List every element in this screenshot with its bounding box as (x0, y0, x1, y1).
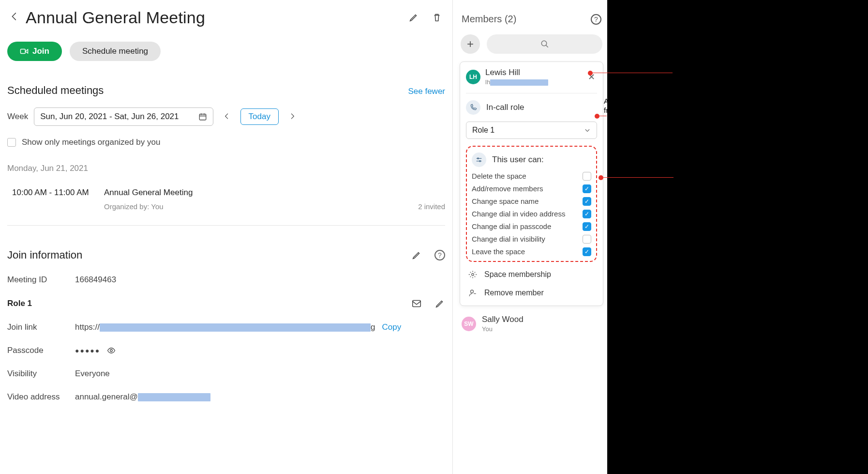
eye-icon[interactable] (107, 346, 116, 355)
video-address-value: annual.general@ (75, 392, 210, 402)
page-title: Annual General Meeting (26, 8, 408, 27)
redacted-segment (490, 79, 548, 86)
permission-row: Add/remove members (472, 184, 591, 193)
incall-role-label: In-call role (486, 103, 524, 112)
member-sub: You (482, 325, 601, 333)
visibility-row: Visibility Everyone (7, 369, 445, 379)
copy-link-button[interactable]: Copy (382, 322, 402, 332)
incall-role-row: In-call role (466, 100, 597, 115)
role-heading-row: Role 1 (7, 298, 445, 309)
join-link-suffix: g (371, 322, 375, 332)
help-icon[interactable]: ? (434, 250, 445, 260)
join-link-value: https://g (75, 322, 375, 332)
role-value: Role 1 (472, 126, 494, 135)
permission-checkbox[interactable] (583, 184, 591, 193)
phone-icon (466, 100, 480, 115)
help-icon[interactable]: ? (591, 14, 601, 25)
prev-week-button[interactable] (219, 109, 235, 124)
schedule-meeting-button[interactable]: Schedule meeting (70, 42, 161, 61)
add-member-button[interactable]: + (461, 34, 480, 54)
permissions-list: Delete the spaceAdd/remove membersChange… (470, 172, 593, 256)
scheduled-header: Scheduled meetings See fewer (7, 84, 445, 97)
action-row: Join Schedule meeting (7, 42, 445, 61)
chevron-down-icon (584, 127, 591, 134)
video-address-row: Video address annual.general@ (7, 392, 445, 402)
permission-label: Change dial in passcode (472, 222, 551, 230)
svg-rect-2 (413, 301, 421, 307)
permission-checkbox[interactable] (583, 172, 591, 181)
permission-checkbox[interactable] (583, 222, 591, 231)
svg-point-3 (110, 350, 113, 352)
mail-icon[interactable] (411, 298, 422, 309)
back-button[interactable] (7, 7, 26, 28)
space-membership-link[interactable]: Space membership (466, 269, 597, 280)
svg-point-8 (478, 158, 479, 159)
permission-row: Change dial in visibility (472, 235, 591, 244)
remove-member-label: Remove member (484, 289, 544, 297)
header-actions (408, 12, 445, 23)
redacted-segment (100, 323, 371, 332)
schedule-label: Schedule meeting (82, 46, 148, 56)
permission-row: Delete the space (472, 172, 591, 181)
join-info-title: Join information (7, 249, 411, 261)
avatar: LH (466, 70, 480, 84)
members-sidebar: Members (2) ? + LH Lewis Hill lh ✕ In-ca… (452, 0, 607, 474)
video-address-label: Video address (7, 392, 75, 402)
permission-row: Change dial in passcode (472, 222, 591, 231)
today-button[interactable]: Today (240, 108, 279, 125)
permission-checkbox[interactable] (583, 235, 591, 244)
members-header: Members (2) ? (460, 6, 603, 34)
join-info-header: Join information ? (7, 249, 445, 261)
next-week-button[interactable] (284, 109, 300, 124)
permission-label: Add/remove members (472, 184, 543, 193)
svg-point-10 (472, 274, 474, 276)
permission-label: Delete the space (472, 172, 526, 180)
edit-icon[interactable] (434, 298, 445, 309)
divider (7, 225, 445, 226)
date-range-picker[interactable]: Sun, Jun 20, 2021 - Sat, Jun 26, 2021 (34, 107, 213, 126)
remove-member-link[interactable]: Remove member (466, 287, 597, 299)
edit-icon[interactable] (408, 12, 419, 23)
role-select[interactable]: Role 1 (466, 122, 597, 139)
join-link-prefix: https:// (75, 322, 100, 332)
meeting-row[interactable]: 10:00 AM - 11:00 AM Annual General Meeti… (7, 188, 445, 211)
permissions-box: This user can: Delete the spaceAdd/remov… (466, 146, 597, 262)
join-button[interactable]: Join (7, 42, 62, 61)
permission-row: Change space name (472, 197, 591, 206)
show-only-checkbox[interactable] (7, 138, 16, 147)
member-info: Lewis Hill lh (485, 68, 581, 86)
members-toolbar: + (460, 34, 603, 61)
meeting-organizer: Organized by: You (104, 202, 418, 211)
remove-user-icon (467, 287, 479, 299)
show-only-label: Show only meetings organized by you (22, 138, 160, 147)
gear-icon (467, 269, 479, 280)
avatar: SW (462, 317, 476, 331)
member-email: lh (485, 78, 581, 86)
permission-checkbox[interactable] (583, 197, 591, 206)
svg-rect-1 (199, 114, 206, 120)
permissions-header: This user can: (470, 153, 593, 172)
join-button-label: Join (32, 46, 49, 56)
meeting-time: 10:00 AM - 11:00 AM (12, 188, 104, 211)
permission-checkbox[interactable] (583, 247, 591, 256)
passcode-value: ●●●●● (75, 347, 100, 354)
chevron-right-icon (288, 112, 296, 120)
permission-label: Leave the space (472, 247, 525, 256)
search-input[interactable] (487, 34, 602, 54)
member-item[interactable]: SW Sally Wood You (460, 313, 603, 335)
delete-icon[interactable] (432, 12, 442, 23)
meeting-name: Annual General Meeting (104, 188, 418, 198)
annotation-area (607, 0, 868, 474)
redacted-segment (138, 393, 210, 401)
permission-checkbox[interactable] (583, 210, 591, 218)
members-title: Members (2) (462, 14, 516, 25)
see-fewer-link[interactable]: See fewer (408, 87, 445, 96)
scheduled-title: Scheduled meetings (7, 84, 104, 97)
meeting-invited: 2 invited (418, 202, 445, 211)
join-link-row: Join link https://g Copy (7, 322, 445, 332)
page-header: Annual General Meeting (7, 7, 445, 28)
member-info: Sally Wood You (482, 315, 601, 333)
close-popover-button[interactable]: ✕ (586, 71, 597, 83)
edit-icon[interactable] (411, 250, 422, 260)
main-pane: Annual General Meeting Join Schedule mee… (0, 0, 452, 474)
